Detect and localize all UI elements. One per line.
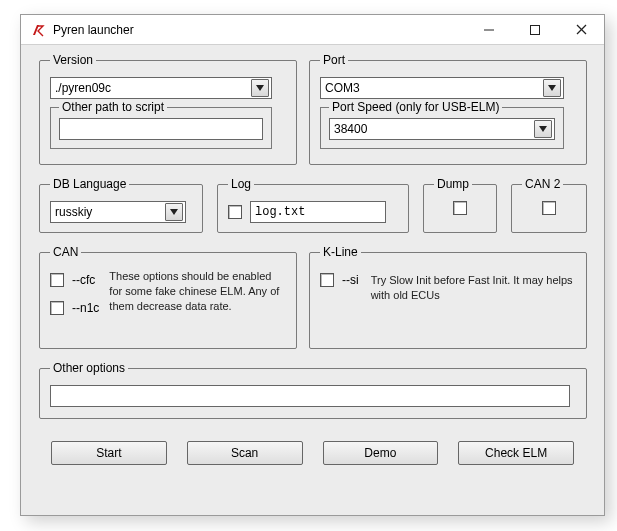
db-language-legend: DB Language bbox=[50, 177, 129, 191]
can-hint: These options should be enabled for some… bbox=[109, 269, 286, 314]
maximize-button[interactable] bbox=[512, 15, 558, 45]
chevron-down-icon bbox=[251, 79, 269, 97]
svg-marker-5 bbox=[548, 85, 556, 91]
dump-group: Dump bbox=[423, 177, 497, 233]
can2-legend: CAN 2 bbox=[522, 177, 563, 191]
scan-button[interactable]: Scan bbox=[187, 441, 303, 465]
kline-hint: Try Slow Init before Fast Init. It may h… bbox=[371, 273, 576, 303]
log-filename-input[interactable]: log.txt bbox=[250, 201, 386, 223]
demo-button[interactable]: Demo bbox=[323, 441, 439, 465]
other-path-label: Other path to script bbox=[59, 100, 167, 114]
can-n1c-label: --n1c bbox=[72, 301, 99, 315]
other-options-legend: Other options bbox=[50, 361, 128, 375]
other-path-group: Other path to script bbox=[50, 107, 272, 149]
port-speed-label: Port Speed (only for USB-ELM) bbox=[329, 100, 502, 114]
app-icon bbox=[29, 21, 47, 39]
check-elm-button[interactable]: Check ELM bbox=[458, 441, 574, 465]
version-legend: Version bbox=[50, 53, 96, 67]
close-button[interactable] bbox=[558, 15, 604, 45]
chevron-down-icon bbox=[543, 79, 561, 97]
can-cfc-label: --cfc bbox=[72, 273, 95, 287]
chevron-down-icon bbox=[165, 203, 183, 221]
start-button[interactable]: Start bbox=[51, 441, 167, 465]
kline-group: K-Line --si Try Slow Init before Fast In… bbox=[309, 245, 587, 349]
db-language-select[interactable]: russkiy bbox=[50, 201, 186, 223]
chevron-down-icon bbox=[534, 120, 552, 138]
can2-group: CAN 2 bbox=[511, 177, 587, 233]
svg-marker-7 bbox=[170, 209, 178, 215]
window-title: Pyren launcher bbox=[53, 23, 466, 37]
svg-marker-4 bbox=[256, 85, 264, 91]
dump-checkbox[interactable] bbox=[453, 201, 467, 215]
application-window: Pyren launcher Version ./pyren09c bbox=[20, 14, 605, 516]
minimize-button[interactable] bbox=[466, 15, 512, 45]
db-language-group: DB Language russkiy bbox=[39, 177, 203, 233]
button-row: Start Scan Demo Check ELM bbox=[51, 441, 574, 467]
version-select[interactable]: ./pyren09c bbox=[50, 77, 272, 99]
kline-si-label: --si bbox=[342, 273, 359, 287]
kline-si-checkbox[interactable] bbox=[320, 273, 334, 287]
dump-legend: Dump bbox=[434, 177, 472, 191]
other-options-input[interactable] bbox=[50, 385, 570, 407]
can2-checkbox[interactable] bbox=[542, 201, 556, 215]
version-group: Version ./pyren09c Other path to script bbox=[39, 53, 297, 165]
other-options-group: Other options bbox=[39, 361, 587, 419]
other-path-input[interactable] bbox=[59, 118, 263, 140]
port-legend: Port bbox=[320, 53, 348, 67]
log-group: Log log.txt bbox=[217, 177, 409, 233]
can-n1c-checkbox[interactable] bbox=[50, 301, 64, 315]
port-group: Port COM3 Port Speed (only for USB-ELM) … bbox=[309, 53, 587, 165]
log-checkbox[interactable] bbox=[228, 205, 242, 219]
svg-marker-6 bbox=[539, 126, 547, 132]
kline-legend: K-Line bbox=[320, 245, 361, 259]
port-speed-select[interactable]: 38400 bbox=[329, 118, 555, 140]
port-speed-group: Port Speed (only for USB-ELM) 38400 bbox=[320, 107, 564, 149]
svg-rect-1 bbox=[531, 25, 540, 34]
port-select[interactable]: COM3 bbox=[320, 77, 564, 99]
can-cfc-checkbox[interactable] bbox=[50, 273, 64, 287]
can-group: CAN --cfc --n1c These options should be … bbox=[39, 245, 297, 349]
titlebar: Pyren launcher bbox=[21, 15, 604, 45]
log-legend: Log bbox=[228, 177, 254, 191]
can-legend: CAN bbox=[50, 245, 81, 259]
